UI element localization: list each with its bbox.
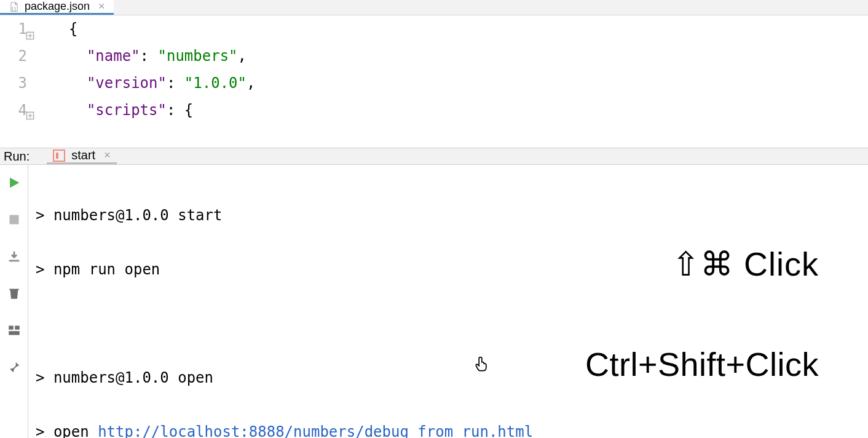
console-url-link[interactable]: http://localhost:8888/numbers/debug_from… xyxy=(98,423,533,438)
hint-win: Ctrl+Shift+Click xyxy=(585,346,819,383)
editor: 1 2 3 4 { "name": "numbers", "version": … xyxy=(0,15,868,148)
editor-tab-package-json[interactable]: { } package.json × xyxy=(0,0,114,15)
svg-rect-2 xyxy=(9,326,14,330)
code-line: { xyxy=(69,15,868,42)
fold-icon[interactable] xyxy=(25,23,36,34)
json-file-icon: { } xyxy=(9,1,20,12)
code-line: "name": "numbers", xyxy=(69,42,868,70)
run-toolbar xyxy=(0,165,28,438)
run-panel-label: Run: xyxy=(4,149,30,164)
line-number: 1 xyxy=(0,15,27,42)
hint-mac: ⇧⌘ Click xyxy=(585,246,819,282)
svg-text:{ }: { } xyxy=(12,6,16,10)
cursor-pointer-icon xyxy=(420,327,438,346)
run-panel-header: Run: start × xyxy=(0,148,868,165)
run-tab-label: start xyxy=(71,148,95,162)
fold-icon[interactable] xyxy=(25,103,36,114)
rerun-icon[interactable] xyxy=(6,175,22,191)
editor-gutter: 1 2 3 4 xyxy=(0,15,66,148)
run-tab-start[interactable]: start × xyxy=(47,148,116,164)
stop-icon[interactable] xyxy=(6,212,22,228)
shortcut-hint-overlay: ⇧⌘ Click Ctrl+Shift+Click xyxy=(585,192,819,437)
run-console[interactable]: > numbers@1.0.0 start > npm run open > n… xyxy=(28,165,868,438)
line-number: 3 xyxy=(0,70,27,97)
line-number: 4 xyxy=(0,97,27,124)
close-icon[interactable]: × xyxy=(98,0,105,13)
svg-rect-1 xyxy=(9,215,18,225)
close-icon[interactable]: × xyxy=(104,149,111,162)
pin-icon[interactable] xyxy=(6,359,22,375)
code-line: "scripts": { xyxy=(69,97,868,124)
svg-rect-4 xyxy=(9,331,20,335)
editor-tab-label: package.json xyxy=(25,0,90,13)
trash-icon[interactable] xyxy=(6,285,22,301)
code-content[interactable]: { "name": "numbers", "version": "1.0.0",… xyxy=(66,15,868,148)
editor-tab-bar: { } package.json × xyxy=(0,0,868,15)
run-panel-body: > numbers@1.0.0 start > npm run open > n… xyxy=(0,165,868,438)
svg-rect-3 xyxy=(15,326,20,330)
code-line: "version": "1.0.0", xyxy=(69,70,868,97)
download-icon[interactable] xyxy=(6,249,22,265)
npm-run-icon xyxy=(53,149,65,162)
line-number: 2 xyxy=(0,42,27,70)
layout-icon[interactable] xyxy=(6,322,22,338)
